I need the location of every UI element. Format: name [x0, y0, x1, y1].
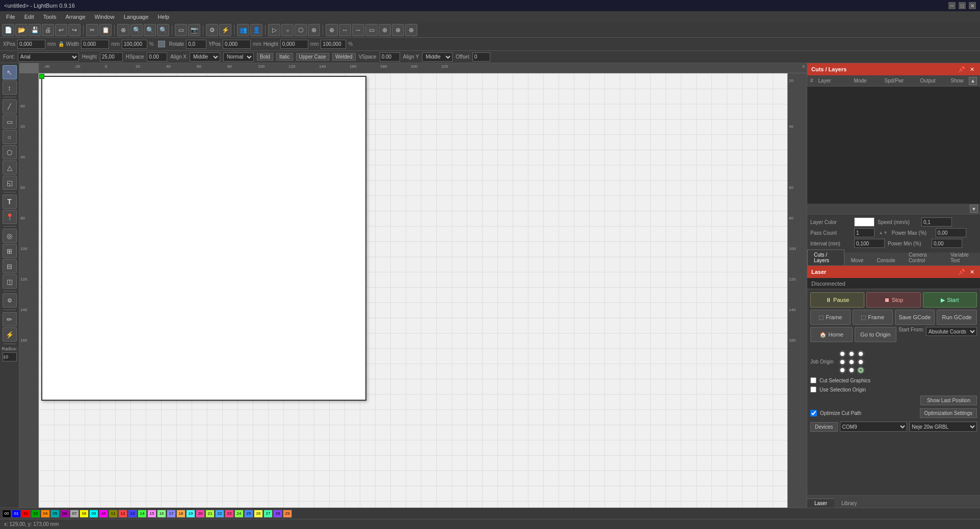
pass-count-input[interactable]	[854, 228, 875, 237]
circle-btn[interactable]: ○	[3, 130, 17, 144]
job-origin-tr[interactable]	[857, 350, 864, 357]
run-gcode-button[interactable]: Run GCode	[937, 310, 977, 325]
tab-camera[interactable]: Camera Control	[902, 249, 944, 265]
toolbar-btn-25[interactable]: ⬦	[281, 24, 294, 36]
palette-swatch-13[interactable]: 13	[128, 510, 137, 518]
cuts-scroll-up[interactable]: ▲	[969, 77, 977, 85]
job-origin-mc[interactable]	[848, 358, 855, 366]
crosshair-btn[interactable]: ◎	[3, 229, 17, 243]
device-name-select[interactable]: Neje 20w GRBL	[909, 422, 977, 432]
stop-button[interactable]: ⏹ Stop	[866, 292, 920, 308]
job-origin-mr[interactable]	[857, 358, 864, 366]
layer-color-input[interactable]	[854, 217, 875, 227]
job-origin-bc[interactable]	[848, 367, 855, 374]
menu-item-tools[interactable]: Tools	[39, 13, 61, 21]
optimize-cut-check[interactable]	[810, 410, 817, 416]
ypos-input[interactable]	[223, 40, 251, 49]
edit2-btn[interactable]: ◫	[3, 274, 17, 289]
palette-swatch-07[interactable]: 07	[70, 510, 79, 518]
palette-swatch-09[interactable]: 09	[89, 510, 98, 518]
job-origin-bl[interactable]	[839, 367, 846, 374]
italic-button[interactable]: Italic	[276, 53, 293, 61]
tab-laser[interactable]: Laser	[807, 498, 834, 508]
palette-swatch-25[interactable]: 25	[244, 510, 253, 518]
menu-item-help[interactable]: Help	[154, 13, 174, 21]
menu-item-language[interactable]: Language	[120, 13, 153, 21]
menu-item-window[interactable]: Window	[91, 13, 119, 21]
toolbar-btn-12[interactable]: 🔍	[144, 24, 156, 36]
close-button[interactable]: ✕	[969, 2, 976, 9]
canvas-workspace[interactable]	[39, 73, 787, 508]
toolbar-btn-26[interactable]: ⬡	[295, 24, 307, 36]
width-input[interactable]	[81, 40, 109, 49]
font-select[interactable]: Arial	[18, 52, 79, 62]
palette-swatch-21[interactable]: 21	[205, 510, 215, 518]
optimization-settings-button[interactable]: Optimization Settings	[920, 408, 977, 418]
toolbar-btn-18[interactable]: ⚙	[206, 24, 218, 36]
menu-item-file[interactable]: File	[2, 13, 19, 21]
palette-swatch-06[interactable]: 06	[60, 510, 69, 518]
xpos-input[interactable]	[17, 40, 45, 49]
palette-swatch-24[interactable]: 24	[234, 510, 244, 518]
tab-console[interactable]: Console	[870, 255, 902, 265]
palette-swatch-14[interactable]: 14	[138, 510, 147, 518]
draw-line-btn[interactable]: ╱	[3, 99, 17, 114]
palette-swatch-01[interactable]: 01	[12, 510, 21, 518]
cut-selected-check[interactable]	[810, 377, 816, 383]
palette-swatch-16[interactable]: 16	[157, 510, 166, 518]
toolbar-btn-33[interactable]: ⊕	[379, 24, 391, 36]
array-btn[interactable]: ⊞	[3, 244, 17, 258]
pen-tool-btn[interactable]: ✏	[3, 312, 17, 326]
vspace-input[interactable]	[380, 52, 400, 62]
select-tool-btn[interactable]: ↖	[3, 65, 17, 79]
toolbar-btn-32[interactable]: ▭	[365, 24, 378, 36]
height-pct-input[interactable]	[321, 40, 346, 49]
palette-swatch-19[interactable]: 19	[186, 510, 195, 518]
toolbar-btn-30[interactable]: ↔	[339, 24, 351, 36]
tab-library[interactable]: Library	[834, 499, 864, 508]
position-btn[interactable]: 📍	[3, 210, 17, 224]
palette-swatch-17[interactable]: 17	[167, 510, 176, 518]
toolbar-btn-1[interactable]: 📂	[15, 24, 28, 36]
go-to-origin-button[interactable]: Go to Origin	[855, 327, 897, 342]
palette-swatch-23[interactable]: 23	[225, 510, 234, 518]
show-last-position-button[interactable]: Show Last Position	[920, 396, 977, 405]
move-tool-btn[interactable]: ↕	[3, 80, 17, 95]
cuts-scroll-down[interactable]: ▼	[970, 205, 978, 213]
power-min-input[interactable]	[932, 239, 962, 248]
toolbar-btn-27[interactable]: ⊕	[308, 24, 320, 36]
frame2-button[interactable]: ⬚ Frame	[853, 310, 893, 325]
text-btn[interactable]: T	[3, 194, 17, 209]
devices-button[interactable]: Devices	[810, 422, 838, 432]
toolbar-btn-21[interactable]: 👥	[237, 24, 249, 36]
array2-btn[interactable]: ⊟	[3, 259, 17, 273]
toolbar-btn-19[interactable]: ⚡	[219, 24, 231, 36]
menu-item-arrange[interactable]: Arrange	[61, 13, 89, 21]
tab-vartext[interactable]: Variable Text	[944, 249, 980, 265]
palette-swatch-26[interactable]: 26	[254, 510, 263, 518]
toolbar-btn-29[interactable]: ⊕	[326, 24, 338, 36]
radius-input[interactable]	[3, 352, 17, 361]
toolbar-btn-10[interactable]: ⊕	[117, 24, 129, 36]
polygon-btn[interactable]: ⬡	[3, 145, 17, 159]
toolbar-btn-22[interactable]: 👤	[250, 24, 262, 36]
triangle-btn[interactable]: △	[3, 160, 17, 175]
toolbar-btn-34[interactable]: ⊕	[392, 24, 404, 36]
toolbar-btn-31[interactable]: ↔	[352, 24, 364, 36]
toolbar-btn-5[interactable]: ↪	[68, 24, 81, 36]
job-origin-ml[interactable]	[839, 358, 846, 366]
interval-input[interactable]	[854, 239, 885, 248]
palette-swatch-10[interactable]: 10	[99, 510, 108, 518]
toolbar-btn-4[interactable]: ↩	[55, 24, 67, 36]
aligny-select[interactable]: Middle Top Bottom	[422, 52, 453, 62]
width-pct-input[interactable]	[122, 40, 147, 49]
save-gcode-button[interactable]: Save GCode	[895, 310, 935, 325]
pause-button[interactable]: ⏸ Pause	[810, 292, 864, 308]
minimize-button[interactable]: ─	[948, 2, 956, 9]
palette-swatch-02[interactable]: 02	[21, 510, 31, 518]
height-input[interactable]	[280, 40, 308, 49]
toolbar-btn-11[interactable]: 🔍	[130, 24, 143, 36]
uppercase-button[interactable]: Upper Case	[296, 53, 329, 61]
fheight-input[interactable]	[100, 52, 123, 62]
toolbar-btn-35[interactable]: ⊕	[405, 24, 417, 36]
